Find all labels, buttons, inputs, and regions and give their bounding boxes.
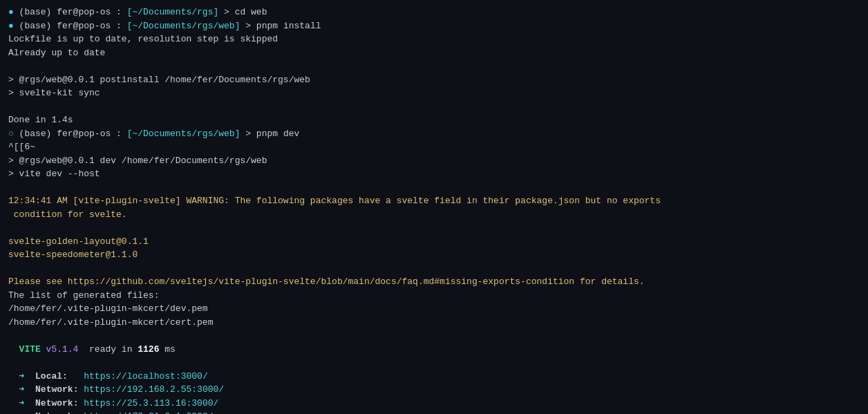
terminal-line: Please see https://github.com/sveltejs/v… xyxy=(8,275,860,289)
terminal-line: ^[[6~ xyxy=(8,140,860,154)
terminal-line: ➜ Network: https://25.3.113.16:3000/ xyxy=(8,397,860,411)
terminal-text: Done in 1.4s xyxy=(8,115,73,125)
terminal-text: > pnpm install xyxy=(240,21,321,31)
terminal-text: ● xyxy=(8,21,19,31)
terminal-line: The list of generated files: xyxy=(8,289,860,303)
terminal-line: > vite dev --host xyxy=(8,167,860,181)
terminal-text: > svelte-kit sync xyxy=(8,88,100,98)
terminal-text: v5.1.4 xyxy=(46,344,79,355)
terminal-text: > @rgs/web@0.0.1 dev /home/fer/Documents… xyxy=(8,156,267,166)
terminal-text: ➜ xyxy=(8,371,35,382)
terminal-line: > @rgs/web@0.0.1 postinstall /home/fer/D… xyxy=(8,73,860,87)
terminal-text: > vite dev --host xyxy=(8,169,100,179)
terminal-text: svelte-golden-layout@0.1.1 xyxy=(8,236,149,247)
terminal-text: /home/fer/.vite-plugin-mkcert/dev.pem xyxy=(8,303,208,314)
terminal-text: ➜ xyxy=(8,411,35,414)
terminal-text: (base) fer@pop-os : xyxy=(19,129,127,139)
terminal: ● (base) fer@pop-os : [~/Documents/rgs] … xyxy=(8,6,860,414)
terminal-line: /home/fer/.vite-plugin-mkcert/cert.pem xyxy=(8,316,860,330)
terminal-text: [~/Documents/rgs/web] xyxy=(127,21,240,31)
terminal-line xyxy=(8,221,860,235)
terminal-text: > pnpm dev xyxy=(240,129,299,139)
terminal-line xyxy=(8,356,860,370)
terminal-line: /home/fer/.vite-plugin-mkcert/dev.pem xyxy=(8,302,860,316)
terminal-line: svelte-speedometer@1.1.0 xyxy=(8,248,860,262)
terminal-line: ● (base) fer@pop-os : [~/Documents/rgs/w… xyxy=(8,19,860,33)
terminal-text: ms xyxy=(159,344,175,355)
terminal-line xyxy=(8,181,860,195)
terminal-text: https://192.168.2.55:3000/ xyxy=(84,384,224,395)
terminal-text: svelte-speedometer@1.1.0 xyxy=(8,250,138,260)
terminal-text: ready in xyxy=(78,344,138,355)
terminal-line: ➜ Local: https://localhost:3000/ xyxy=(8,370,860,384)
terminal-line xyxy=(8,100,860,114)
terminal-text: [~/Documents/rgs] xyxy=(127,7,219,17)
terminal-line: condition for svelte. xyxy=(8,208,860,222)
terminal-line: Done in 1.4s xyxy=(8,113,860,127)
terminal-text: The list of generated files: xyxy=(8,290,159,301)
terminal-line: Already up to date xyxy=(8,46,860,60)
terminal-text: ➜ xyxy=(8,398,35,408)
terminal-text: [~/Documents/rgs/web] xyxy=(127,129,240,139)
terminal-text: 12:34:41 AM [vite-plugin-svelte] WARNING… xyxy=(8,196,661,206)
terminal-content: ● (base) fer@pop-os : [~/Documents/rgs] … xyxy=(8,6,860,414)
terminal-line: ➜ Network: https://192.168.2.55:3000/ xyxy=(8,383,860,397)
terminal-line: VITE v5.1.4 ready in 1126 ms xyxy=(8,343,860,357)
terminal-text: (base) fer@pop-os : xyxy=(19,7,127,17)
terminal-text: Network: xyxy=(35,411,84,414)
terminal-text: condition for svelte. xyxy=(8,209,127,220)
terminal-text: > @rgs/web@0.0.1 postinstall /home/fer/D… xyxy=(8,75,310,85)
terminal-text: 1126 xyxy=(138,344,159,355)
terminal-text: > cd web xyxy=(218,7,267,17)
terminal-line: 12:34:41 AM [vite-plugin-svelte] WARNING… xyxy=(8,194,860,208)
terminal-text: Lockfile is up to date, resolution step … xyxy=(8,34,278,44)
terminal-text: VITE xyxy=(8,344,46,355)
terminal-line: > svelte-kit sync xyxy=(8,86,860,100)
terminal-line: Lockfile is up to date, resolution step … xyxy=(8,32,860,46)
terminal-line: > @rgs/web@0.0.1 dev /home/fer/Documents… xyxy=(8,154,860,168)
terminal-text: https://localhost:3000/ xyxy=(84,371,207,382)
terminal-text: Local: xyxy=(35,371,84,382)
terminal-text: https://172.21.0.1:3000/ xyxy=(84,411,213,414)
terminal-line xyxy=(8,262,860,276)
terminal-text: ➜ xyxy=(8,384,35,395)
terminal-line xyxy=(8,59,860,73)
terminal-line: ● (base) fer@pop-os : [~/Documents/rgs] … xyxy=(8,6,860,19)
terminal-line: ○ (base) fer@pop-os : [~/Documents/rgs/w… xyxy=(8,127,860,141)
terminal-text: Network: xyxy=(35,384,84,395)
terminal-line: svelte-golden-layout@0.1.1 xyxy=(8,235,860,249)
terminal-text: https://25.3.113.16:3000/ xyxy=(84,398,218,408)
terminal-text: Please see https://github.com/sveltejs/v… xyxy=(8,276,645,287)
terminal-text: /home/fer/.vite-plugin-mkcert/cert.pem xyxy=(8,317,213,328)
terminal-text: ○ xyxy=(8,129,19,139)
terminal-text: (base) fer@pop-os : xyxy=(19,21,127,31)
terminal-text: ^[[6~ xyxy=(8,142,35,152)
terminal-text: Already up to date xyxy=(8,48,105,58)
terminal-text: Network: xyxy=(35,398,84,408)
terminal-line xyxy=(8,329,860,343)
terminal-line: ➜ Network: https://172.21.0.1:3000/ xyxy=(8,410,860,414)
terminal-text: ● xyxy=(8,7,19,17)
